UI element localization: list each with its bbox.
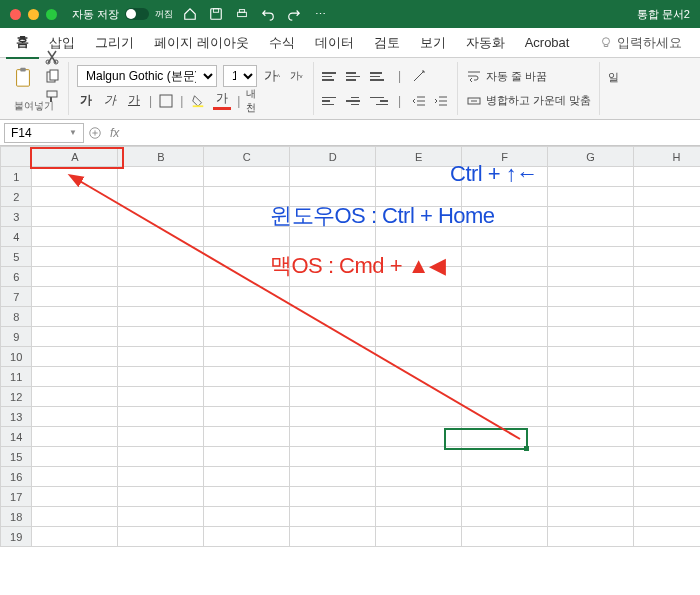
cell[interactable] [634, 307, 701, 327]
font-size-select[interactable]: 12 [223, 65, 257, 87]
cell[interactable] [290, 487, 376, 507]
cell[interactable] [376, 447, 462, 467]
print-icon[interactable] [235, 7, 249, 21]
col-header-d[interactable]: D [290, 147, 376, 167]
cell[interactable] [204, 527, 290, 547]
cell[interactable] [548, 287, 634, 307]
cell[interactable] [462, 167, 548, 187]
cell[interactable] [32, 367, 118, 387]
cell[interactable] [290, 167, 376, 187]
align-right-icon[interactable] [370, 92, 388, 110]
cell[interactable] [290, 347, 376, 367]
tab-acrobat[interactable]: Acrobat [515, 29, 580, 56]
cell[interactable] [376, 507, 462, 527]
cell[interactable] [118, 527, 204, 547]
cell[interactable] [204, 207, 290, 227]
cell[interactable] [462, 407, 548, 427]
cell[interactable] [118, 187, 204, 207]
cell[interactable] [462, 267, 548, 287]
cell[interactable] [118, 447, 204, 467]
cell[interactable] [32, 487, 118, 507]
cell[interactable] [462, 447, 548, 467]
cell[interactable] [462, 247, 548, 267]
select-all-corner[interactable] [1, 147, 32, 167]
cell[interactable] [118, 267, 204, 287]
cell[interactable] [462, 347, 548, 367]
cell[interactable] [634, 327, 701, 347]
align-bottom-icon[interactable] [370, 67, 388, 85]
cell[interactable] [376, 267, 462, 287]
row-header[interactable]: 11 [1, 367, 32, 387]
number-format-label[interactable]: 일 [608, 64, 619, 90]
cell[interactable] [548, 507, 634, 527]
cell[interactable] [548, 207, 634, 227]
cell[interactable] [462, 207, 548, 227]
cell[interactable] [204, 407, 290, 427]
cell[interactable] [204, 387, 290, 407]
cell[interactable] [32, 227, 118, 247]
font-family-select[interactable]: Malgun Gothic (본문) [77, 65, 217, 87]
cell[interactable] [462, 467, 548, 487]
cell[interactable] [634, 387, 701, 407]
row-header[interactable]: 3 [1, 207, 32, 227]
cell[interactable] [204, 347, 290, 367]
cell[interactable] [204, 307, 290, 327]
cell[interactable] [376, 387, 462, 407]
cell[interactable] [634, 487, 701, 507]
row-header[interactable]: 12 [1, 387, 32, 407]
cell[interactable] [32, 527, 118, 547]
cell[interactable] [290, 427, 376, 447]
row-header[interactable]: 6 [1, 267, 32, 287]
border-icon[interactable] [158, 93, 174, 109]
cell[interactable] [376, 207, 462, 227]
cut-icon[interactable] [44, 49, 60, 65]
spreadsheet-grid[interactable]: A B C D E F G H 123456789101112131415161… [0, 146, 700, 547]
cell[interactable] [634, 227, 701, 247]
cell[interactable] [376, 427, 462, 447]
row-header[interactable]: 8 [1, 307, 32, 327]
row-header[interactable]: 13 [1, 407, 32, 427]
cell[interactable] [32, 207, 118, 227]
align-top-icon[interactable] [322, 67, 340, 85]
tab-formulas[interactable]: 수식 [259, 28, 305, 58]
cell[interactable] [548, 347, 634, 367]
merge-center-button[interactable]: 병합하고 가운데 맞춤 [466, 89, 591, 114]
row-header[interactable]: 19 [1, 527, 32, 547]
cell[interactable] [634, 287, 701, 307]
cell[interactable] [376, 527, 462, 547]
cell[interactable] [204, 187, 290, 207]
cell[interactable] [462, 307, 548, 327]
paste-button[interactable] [8, 63, 38, 91]
align-left-icon[interactable] [322, 92, 340, 110]
cell[interactable] [634, 507, 701, 527]
tab-home[interactable]: 홈 [6, 27, 39, 59]
cell[interactable] [548, 407, 634, 427]
cell[interactable] [634, 427, 701, 447]
cell[interactable] [462, 427, 548, 447]
wrap-text-button[interactable]: 자동 줄 바꿈 [466, 64, 591, 89]
cell[interactable] [548, 447, 634, 467]
cell[interactable] [548, 227, 634, 247]
cell[interactable] [32, 387, 118, 407]
cell[interactable] [118, 227, 204, 247]
cell[interactable] [634, 267, 701, 287]
cell[interactable] [290, 287, 376, 307]
cell[interactable] [204, 447, 290, 467]
home-icon[interactable] [183, 7, 197, 21]
cell[interactable] [290, 387, 376, 407]
cell[interactable] [548, 427, 634, 447]
autosave-toggle[interactable]: 자동 저장 꺼짐 [72, 7, 173, 22]
cell[interactable] [32, 187, 118, 207]
cell[interactable] [634, 467, 701, 487]
cell[interactable] [118, 427, 204, 447]
cell[interactable] [376, 407, 462, 427]
cell[interactable] [118, 507, 204, 527]
cell[interactable] [548, 387, 634, 407]
cell[interactable] [290, 467, 376, 487]
col-header-a[interactable]: A [32, 147, 118, 167]
cell[interactable] [204, 327, 290, 347]
cell[interactable] [32, 507, 118, 527]
row-header[interactable]: 15 [1, 447, 32, 467]
underline-button[interactable]: 가 [125, 92, 143, 110]
cell[interactable] [376, 227, 462, 247]
